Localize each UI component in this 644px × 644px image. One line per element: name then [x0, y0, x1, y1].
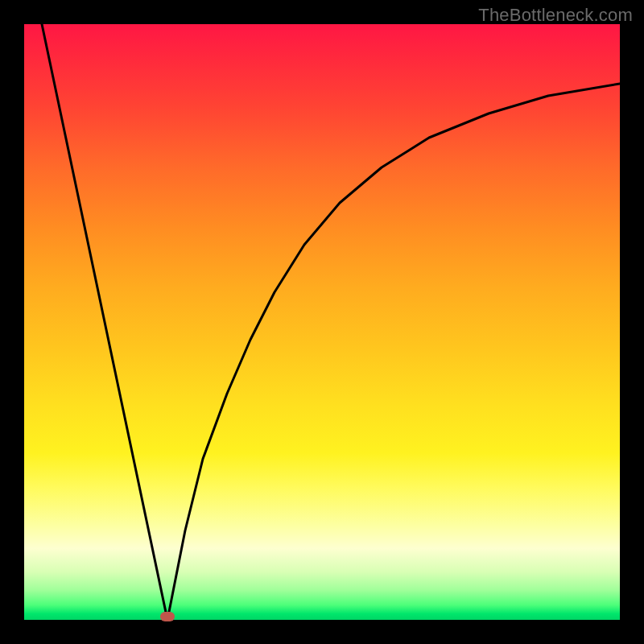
chart-stage: TheBottleneck.com [0, 0, 644, 644]
attribution-text: TheBottleneck.com [478, 5, 633, 26]
curve-layer [24, 24, 620, 620]
bottleneck-curve [42, 24, 620, 620]
optimum-marker [160, 612, 175, 621]
